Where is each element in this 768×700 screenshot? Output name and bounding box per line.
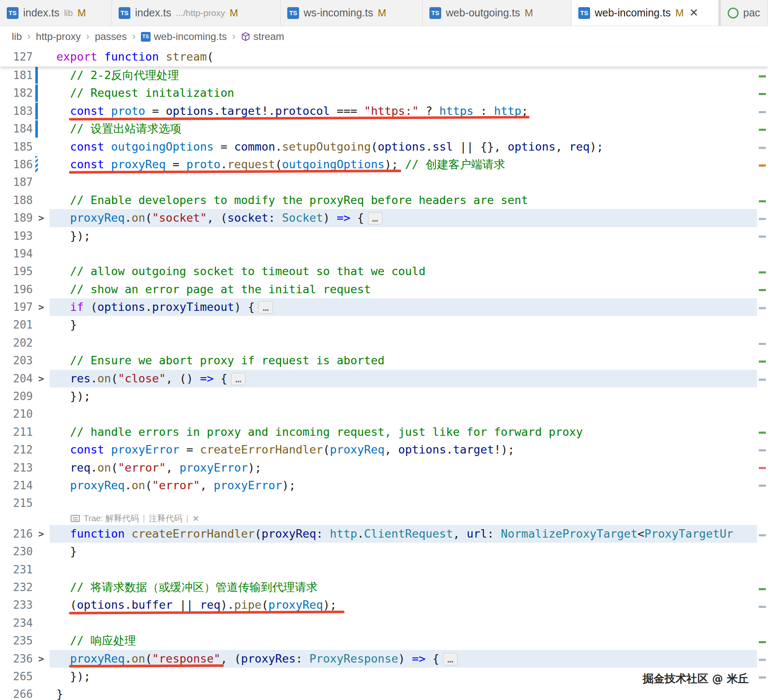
line-content[interactable]: }: [50, 685, 757, 700]
editor-tab[interactable]: pac: [719, 0, 768, 26]
editor-tab[interactable]: TSindex.tslibM: [0, 0, 112, 26]
line-content[interactable]: (options.buffer || req).pipe(proxyReq);: [50, 596, 757, 614]
minimap-mark: [759, 307, 766, 309]
line-number: 201: [0, 316, 33, 334]
line-content[interactable]: res.on("close", () => {…: [50, 370, 757, 387]
breadcrumb-symbol[interactable]: stream: [241, 31, 284, 42]
line-content[interactable]: // 设置出站请求选项: [50, 120, 757, 138]
line-content[interactable]: [50, 245, 757, 262]
breadcrumb-item-passes[interactable]: passes: [95, 31, 127, 42]
editor-tab[interactable]: TSws-incoming.tsM: [281, 0, 423, 26]
fold-gutter: [33, 477, 50, 494]
breadcrumb-file[interactable]: TSweb-incoming.ts: [141, 31, 227, 42]
fold-chevron-icon[interactable]: >: [33, 525, 50, 543]
line-number: 183: [0, 102, 33, 120]
codelens-comment-code[interactable]: 注释代码: [149, 513, 183, 524]
line-number: 187: [0, 173, 33, 191]
line-content[interactable]: [50, 614, 757, 632]
line-content[interactable]: }: [50, 543, 757, 560]
codelens-separator: |: [186, 514, 188, 523]
minimap[interactable]: [757, 47, 768, 700]
fold-ellipsis[interactable]: …: [231, 373, 245, 385]
line-content[interactable]: // Ensure we abort proxy if request is a…: [50, 352, 757, 369]
line-content[interactable]: });: [50, 227, 757, 245]
line-content[interactable]: const proto = options.target!.protocol =…: [50, 102, 757, 120]
fold-gutter: [33, 262, 50, 280]
code-line: 197> if (options.proxyTimeout) {…: [0, 298, 768, 316]
line-number: 265: [0, 668, 33, 685]
fold-gutter: [33, 668, 50, 685]
code-line: 234: [0, 614, 768, 632]
tab-filename: pac: [743, 7, 760, 19]
chevron-right-icon: ›: [86, 31, 89, 42]
fold-ellipsis[interactable]: …: [443, 653, 457, 666]
git-modified-gutter-bar: [35, 103, 38, 119]
editor-tab[interactable]: TSweb-incoming.tsM✕: [572, 0, 719, 26]
code-line: 203 // Ensure we abort proxy if request …: [0, 352, 768, 369]
line-number: 193: [0, 227, 33, 245]
typescript-file-icon: TS: [7, 7, 19, 19]
codelens-explain-code[interactable]: Trae: 解释代码: [84, 513, 139, 524]
fold-gutter: [33, 334, 50, 352]
function-symbol-icon: [241, 32, 250, 41]
code-line: 201 }: [0, 316, 768, 334]
line-content[interactable]: // show an error page at the initial req…: [50, 281, 757, 298]
line-content[interactable]: [50, 334, 757, 352]
code-line: 215: [0, 494, 768, 512]
fold-chevron-icon[interactable]: >: [33, 209, 50, 227]
line-content[interactable]: });: [50, 387, 757, 405]
fold-chevron-icon[interactable]: >: [33, 370, 50, 387]
line-content[interactable]: [50, 494, 757, 512]
code-line: 209 });: [0, 387, 768, 405]
line-content[interactable]: // 2-2反向代理处理: [50, 66, 757, 84]
line-number: 214: [0, 477, 33, 494]
codelens-separator: |: [143, 514, 145, 523]
modified-badge: M: [675, 7, 684, 19]
code-line: 183 const proto = options.target!.protoc…: [0, 102, 768, 120]
git-modified-gutter-bar: [35, 85, 38, 101]
line-content[interactable]: // 将请求数据（或缓冲区）管道传输到代理请求: [50, 578, 757, 596]
editor-tab[interactable]: TSweb-outgoing.tsM: [423, 0, 572, 26]
line-number: 236: [0, 650, 33, 668]
line-content[interactable]: const proxyError = createErrorHandler(pr…: [50, 441, 757, 459]
line-content[interactable]: [50, 561, 757, 578]
line-content[interactable]: const outgoingOptions = common.setupOutg…: [50, 138, 757, 156]
line-number: 182: [0, 84, 33, 102]
fold-chevron-icon[interactable]: >: [33, 650, 50, 668]
line-content[interactable]: // allow outgoing socket to timeout so t…: [50, 262, 757, 280]
line-content[interactable]: proxyReq.on("error", proxyError);: [50, 477, 757, 494]
fold-gutter: [33, 281, 50, 298]
codelens-dismiss-icon[interactable]: ✕: [192, 514, 199, 524]
breadcrumb-item-lib[interactable]: lib: [12, 31, 22, 42]
line-content[interactable]: proxyReq.on("response", (proxyRes: Proxy…: [50, 650, 757, 668]
sticky-line-content[interactable]: export function stream(: [50, 48, 757, 66]
line-content[interactable]: const proxyReq = proto.request(outgoingO…: [50, 156, 757, 173]
line-content[interactable]: // Enable developers to modify the proxy…: [50, 191, 757, 209]
typescript-file-icon: TS: [141, 32, 151, 42]
line-content[interactable]: [50, 173, 757, 191]
editor-tab[interactable]: TSindex.ts.../http-proxyM: [112, 0, 281, 26]
fold-gutter: [33, 405, 50, 423]
line-content[interactable]: }: [50, 316, 757, 334]
sticky-scroll-line[interactable]: 127 export function stream(: [0, 47, 768, 66]
line-content[interactable]: if (options.proxyTimeout) {…: [50, 298, 757, 316]
line-content[interactable]: req.on("error", proxyError);: [50, 459, 757, 477]
fold-ellipsis[interactable]: …: [368, 212, 382, 225]
code-line: 188 // Enable developers to modify the p…: [0, 191, 768, 209]
fold-chevron-icon[interactable]: >: [33, 298, 50, 316]
line-content[interactable]: // Request initalization: [50, 84, 757, 102]
fold-ellipsis[interactable]: …: [258, 301, 273, 314]
watermark: 掘金技术社区 @ 米丘: [643, 671, 749, 686]
line-content[interactable]: proxyReq.on("socket", (socket: Socket) =…: [50, 209, 757, 227]
line-content[interactable]: // 响应处理: [50, 632, 757, 650]
line-content[interactable]: // handle errors in proxy and incoming r…: [50, 423, 757, 441]
line-content[interactable]: [50, 405, 757, 423]
fold-gutter: [33, 138, 50, 156]
fold-gutter: [33, 191, 50, 209]
line-content[interactable]: function createErrorHandler(proxyReq: ht…: [50, 525, 757, 543]
tab-filename: web-outgoing.ts: [446, 7, 520, 19]
minimap-mark: [759, 606, 766, 608]
breadcrumb-item-http-proxy[interactable]: http-proxy: [36, 31, 81, 42]
close-tab-icon[interactable]: ✕: [689, 6, 699, 19]
line-number: 210: [0, 405, 33, 423]
